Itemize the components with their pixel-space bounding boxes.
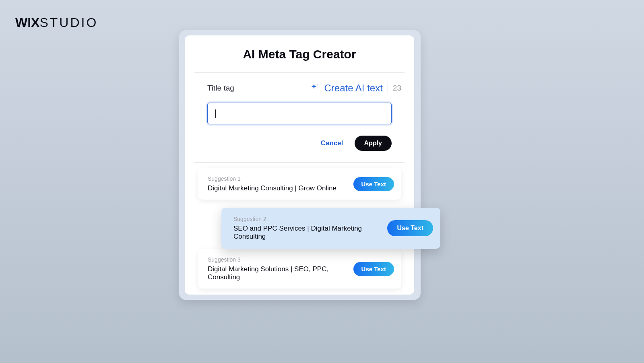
cancel-button[interactable]: Cancel	[321, 139, 343, 147]
suggestion-card-1: Suggestion 1 Digital Marketing Consultin…	[198, 168, 401, 200]
suggestion-text: Suggestion 1 Digital Marketing Consultin…	[208, 175, 336, 192]
brand-logo-light: STUDIO	[39, 15, 98, 30]
suggestion-card-3: Suggestion 3 Digital Marketing Solutions…	[198, 249, 401, 289]
brand-logo-bold: WIX	[15, 15, 39, 30]
title-tag-label: Title tag	[207, 84, 234, 93]
sparkle-icon	[309, 83, 319, 93]
title-tag-row: Title tag Create AI text 23	[194, 73, 405, 94]
apply-button[interactable]: Apply	[355, 136, 392, 151]
use-text-button[interactable]: Use Text	[387, 220, 433, 236]
suggestion-label: Suggestion 1	[208, 175, 336, 182]
title-tag-input[interactable]	[207, 103, 392, 124]
use-text-button[interactable]: Use Text	[353, 262, 394, 276]
brand-logo: WIXSTUDIO	[15, 15, 98, 30]
create-ai-label: Create AI text	[324, 82, 382, 94]
suggestion-text: Suggestion 3 Digital Marketing Solutions…	[208, 256, 347, 281]
suggestion-value: Digital Marketing Solutions | SEO, PPC, …	[208, 265, 347, 281]
character-count: 23	[393, 84, 401, 93]
suggestion-value: Digital Marketing Consulting | Grow Onli…	[208, 184, 336, 192]
text-cursor	[215, 109, 216, 118]
use-text-button[interactable]: Use Text	[353, 177, 394, 191]
suggestion-value: SEO and PPC Services | Digital Marketing…	[233, 225, 381, 241]
card-title: AI Meta Tag Creator	[194, 47, 405, 61]
suggestion-label: Suggestion 3	[208, 256, 347, 263]
input-wrapper	[194, 94, 405, 124]
suggestion-text: Suggestion 2 SEO and PPC Services | Digi…	[233, 216, 381, 241]
actions-row: Cancel Apply	[194, 124, 405, 162]
create-ai-button[interactable]: Create AI text 23	[309, 82, 401, 94]
suggestion-card-2: Suggestion 2 SEO and PPC Services | Digi…	[221, 208, 440, 249]
divider	[194, 162, 405, 163]
suggestion-label: Suggestion 2	[233, 216, 381, 222]
count-divider	[388, 83, 388, 93]
